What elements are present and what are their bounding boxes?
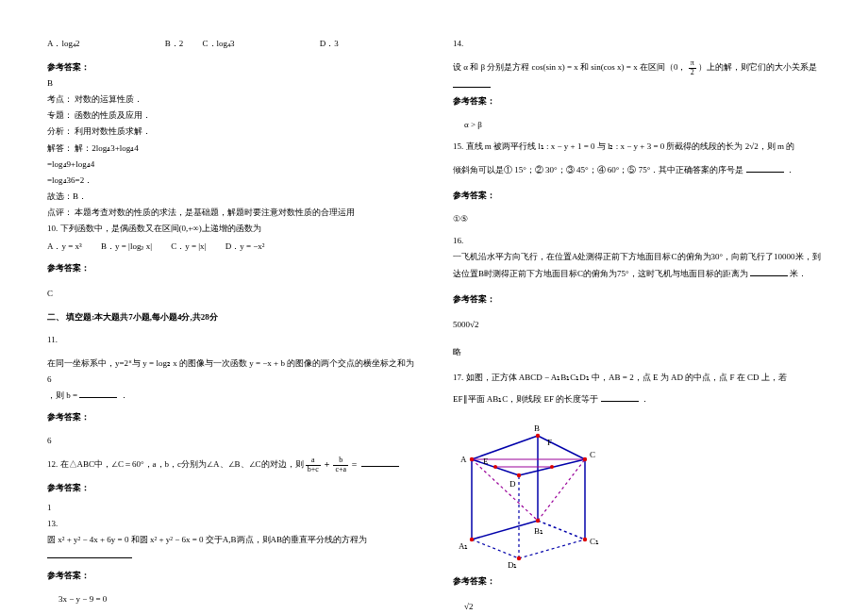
q12-stem: 12. 在△ABC中，∠C＝60°，a，b，c分别为∠A、∠B、∠C的对边，则 …: [47, 456, 415, 474]
svg-line-10: [472, 436, 538, 459]
q14-pi-over-2: π 2: [689, 59, 696, 77]
q14-pi2-bot: 2: [689, 69, 696, 77]
q11-period: ．: [120, 390, 128, 400]
q12-answer-label: 参考答案：: [47, 480, 415, 496]
q11-num: 11.: [47, 332, 415, 348]
q13-answer-label: 参考答案：: [47, 568, 415, 584]
jieda-row1: 解答： 解：2log₄3+log₄4: [47, 141, 415, 157]
q10-option-a: A．y = x³: [47, 239, 82, 255]
q16-num: 16.: [453, 233, 821, 249]
svg-point-25: [550, 465, 554, 469]
q10-stem: 10. 下列函数中，是偶函数又在区间(0,+∞)上递增的函数为: [47, 221, 415, 237]
jieda-text1: 解：2log₄3+log₄4: [75, 143, 139, 153]
q16-blank: [750, 267, 788, 276]
dianping-label: 点评：: [47, 207, 73, 217]
jieda-label: 解答：: [47, 143, 73, 153]
page-columns: A．log₄2 B．2 C．log₄3 D．3 参考答案： B 考点： 对数的运…: [47, 36, 821, 614]
q12-frac1: a b+c: [306, 456, 321, 474]
svg-point-23: [517, 473, 521, 477]
q16-stem: 一飞机沿水平方向飞行，在位置A处测得正前下方地面目标C的俯角为30°，向前飞行了…: [453, 249, 821, 281]
q9-option-d: D．3: [320, 36, 339, 52]
q15-period: ．: [786, 165, 794, 174]
q10-answer-label: 参考答案：: [47, 260, 415, 276]
q9-option-c: C．log₄3: [203, 36, 235, 52]
q17-answer: √2: [464, 599, 821, 614]
svg-point-22: [583, 457, 587, 461]
answer-label: 参考答案：: [47, 62, 90, 72]
zhuanti-row: 专题： 函数的性质及应用．: [47, 108, 415, 124]
left-column: A．log₄2 B．2 C．log₄3 D．3 参考答案： B 考点： 对数的运…: [47, 36, 415, 614]
svg-line-0: [472, 539, 519, 558]
kaodian-label: 考点：: [47, 94, 73, 104]
q12-blank: [361, 457, 399, 467]
jieda-text4: 故选：B．: [47, 189, 415, 205]
q14-answer: α > β: [464, 117, 821, 133]
q13-blank: [47, 549, 132, 558]
q11-stem2-text: ，则 b =: [47, 390, 79, 400]
q13-stem-text: 圆 x² + y² − 4x + 6y = 0 和圆 x² + y² − 6x …: [47, 535, 367, 544]
q12-equals: ＝: [350, 459, 359, 469]
dianping-row: 点评： 本题考查对数的性质的求法，是基础题，解题时要注意对数性质的合理运用: [47, 205, 415, 221]
q17-stem-b: EF∥平面 AB₁C，则线段 EF 的长度等于: [453, 394, 598, 404]
zhuanti-text: 函数的性质及应用．: [75, 110, 151, 120]
q17-stem-line1: 17. 如图，正方体 ABCD − A₁B₁C₁D₁ 中，AB = 2，点 E …: [453, 370, 821, 386]
q10-option-b: B．y = |log₂ x|: [101, 239, 152, 255]
lbl-E: E: [483, 456, 489, 466]
cube-icon: A B C D E F A₁ B₁ C₁ D₁: [453, 417, 613, 568]
q14-stem-a: 设 α 和 β 分别是方程 cos(sin x) = x 和 sin(cos x…: [453, 62, 686, 72]
q17-period: ．: [641, 394, 649, 404]
q15-answer: ①⑤: [453, 211, 821, 227]
q9-options: A．log₄2 B．2 C．log₄3 D．3: [47, 36, 415, 52]
q12-stem-text: 12. 在△ABC中，∠C＝60°，a，b，c分别为∠A、∠B、∠C的对边，则: [47, 459, 304, 469]
q10-option-d: D．y = −x²: [225, 239, 265, 255]
dianping-text: 本题考查对数的性质的求法，是基础题，解题时要注意对数性质的合理运用: [75, 207, 355, 217]
q11-answer: 6: [47, 433, 415, 449]
q12-frac2: b c+a: [333, 456, 348, 474]
jieda-text2: =log₄9+log₄4: [47, 157, 415, 173]
q14-num: 14.: [453, 36, 821, 52]
svg-point-21: [536, 434, 540, 438]
svg-point-20: [470, 457, 474, 461]
svg-point-16: [470, 538, 474, 541]
q16-answer: 5000√2: [453, 317, 821, 333]
section2-title: 二、 填空题:本大题共7小题,每小题4分,共28分: [47, 309, 415, 325]
q13-num: 13.: [47, 516, 415, 532]
q14-stem-b: ）上的解，则它们的大小关系是: [698, 62, 817, 72]
q15-answer-label: 参考答案：: [453, 188, 821, 204]
lbl-C: C: [590, 450, 595, 459]
q16-answer-label: 参考答案：: [453, 291, 821, 307]
svg-line-13: [472, 459, 538, 521]
q12-plus: ＋: [323, 459, 331, 469]
lbl-D1: D₁: [508, 560, 518, 568]
q10-answer: C: [47, 286, 415, 302]
q12-answer: 1: [47, 500, 415, 516]
q15-stem-b: 倾斜角可以是① 15°；② 30°；③ 45°；④ 60°；⑤ 75°．其中正确…: [453, 165, 743, 174]
q17-answer-label: 参考答案：: [453, 573, 821, 589]
q12-frac1-bot: b+c: [306, 466, 321, 474]
kaodian-row: 考点： 对数的运算性质．: [47, 91, 415, 108]
right-column: 14. 设 α 和 β 分别是方程 cos(sin x) = x 和 sin(c…: [453, 36, 821, 614]
q11-stem-line2: ，则 b = ．: [47, 388, 415, 404]
zhuanti-label: 专题：: [47, 110, 73, 120]
q14-stem: 设 α 和 β 分别是方程 cos(sin x) = x 和 sin(cos x…: [453, 59, 821, 93]
svg-point-24: [493, 465, 497, 469]
svg-line-1: [519, 539, 585, 558]
q16-note: 略: [453, 344, 821, 360]
q14-blank: [453, 78, 491, 88]
q12-frac2-bot: c+a: [333, 466, 348, 474]
q11-answer-label: 参考答案：: [47, 409, 415, 425]
fenxi-row: 分析： 利用对数性质求解．: [47, 124, 415, 140]
q15-stem-a: 15. 直线 m 被两平行线 l₁ : x − y + 1 = 0 与 l₂ :…: [453, 139, 821, 155]
lbl-B1: B₁: [534, 526, 543, 536]
q17-blank: [601, 392, 639, 402]
q17-figure: A B C D E F A₁ B₁ C₁ D₁: [453, 417, 821, 568]
q10-options: A．y = x³ B．y = |log₂ x| C．y = |x| D．y = …: [47, 239, 415, 255]
svg-point-17: [536, 519, 540, 523]
lbl-F: F: [547, 438, 552, 447]
svg-point-18: [583, 538, 587, 541]
q9-option-b: B．2: [165, 36, 184, 52]
q11-stem-line1: 在同一坐标系中，y=2ˣ与 y = log₂ x 的图像与一次函数 y = −x…: [47, 356, 415, 388]
q11-blank: [79, 389, 117, 398]
svg-line-4: [538, 521, 585, 539]
q9-answer-block: 参考答案：: [47, 59, 415, 75]
